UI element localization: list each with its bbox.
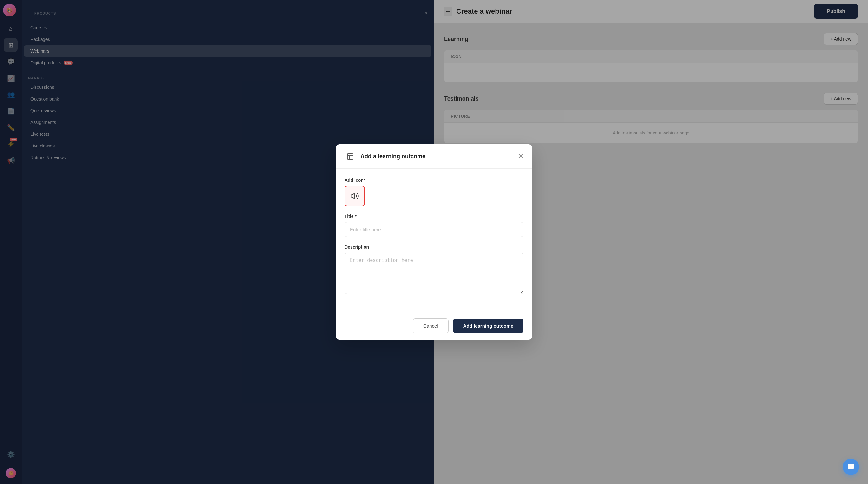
page-body: Learning + Add new ICON Testimonials + A… xyxy=(434,23,868,484)
modal-overlay: Add a learning outcome ✕ Add icon* xyxy=(434,23,868,484)
description-label: Description xyxy=(434,245,524,250)
modal-body: Add icon* xyxy=(434,169,532,312)
chat-widget[interactable] xyxy=(843,459,859,475)
modal-header: Add a learning outcome ✕ xyxy=(434,144,532,169)
modal-footer: Cancel Add learning outcome xyxy=(434,312,532,340)
title-label: Title * xyxy=(434,214,524,219)
modal-close-button[interactable]: ✕ xyxy=(518,152,524,160)
description-textarea[interactable] xyxy=(434,253,524,294)
icon-label: Add icon* xyxy=(434,178,524,183)
title-section: Title * xyxy=(434,214,524,237)
main-content: ← Create a webinar Publish Learning + Ad… xyxy=(434,0,868,484)
icon-picker xyxy=(434,186,524,206)
cancel-button[interactable]: Cancel xyxy=(434,318,448,333)
description-section: Description xyxy=(434,245,524,295)
modal: Add a learning outcome ✕ Add icon* xyxy=(434,144,532,340)
title-input[interactable] xyxy=(434,222,524,237)
add-learning-outcome-button[interactable]: Add learning outcome xyxy=(453,319,524,333)
icon-picker-section: Add icon* xyxy=(434,178,524,206)
